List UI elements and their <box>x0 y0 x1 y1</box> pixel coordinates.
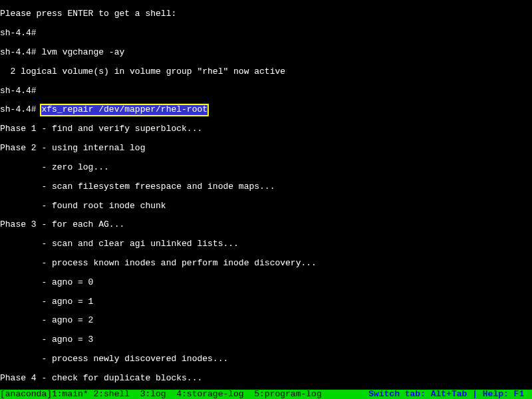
output-line: - zero log... <box>0 163 532 172</box>
output-line: Phase 2 - using internal log <box>0 144 532 153</box>
command-line: sh-4.4# lvm vgchange -ay <box>0 48 532 57</box>
shell-prompt: sh-4.4# <box>0 28 37 38</box>
terminal-output[interactable]: Please press ENTER to get a shell: sh-4.… <box>0 0 532 399</box>
shell-prompt: sh-4.4# <box>0 104 41 114</box>
prompt-line: sh-4.4# <box>0 29 532 38</box>
output-line: Phase 3 - for each AG... <box>0 220 532 229</box>
output-line: - process known inodes and perform inode… <box>0 259 532 268</box>
output-line: - scan filesystem freespace and inode ma… <box>0 182 532 192</box>
command-line: sh-4.4# xfs_repair /dev/mapper/rhel-root <box>0 105 532 114</box>
prompt-line: sh-4.4# <box>0 86 532 96</box>
highlighted-command: xfs_repair /dev/mapper/rhel-root <box>41 105 207 114</box>
output-line: Phase 4 - check for duplicate blocks... <box>0 374 532 383</box>
shell-prompt: sh-4.4# <box>0 47 41 57</box>
output-line: - agno = 1 <box>0 297 532 307</box>
output-line: - agno = 3 <box>0 335 532 344</box>
command-text: lvm vgchange -ay <box>41 47 124 57</box>
output-line: - agno = 2 <box>0 316 532 325</box>
shell-prompt: sh-4.4# <box>0 86 37 96</box>
tmux-statusbar: [anaconda]1:main* 2:shell 3:log 4:storag… <box>0 390 532 399</box>
output-line: - scan and clear agi unlinked lists... <box>0 239 532 249</box>
output-line: Phase 1 - find and verify superblock... <box>0 124 532 134</box>
statusbar-help: Switch tab: Alt+Tab | Help: F1 <box>368 390 532 399</box>
output-line: - found root inode chunk <box>0 201 532 211</box>
statusbar-tabs[interactable]: [anaconda]1:main* 2:shell 3:log 4:storag… <box>0 390 368 399</box>
output-line: - agno = 0 <box>0 278 532 287</box>
output-line: Please press ENTER to get a shell: <box>0 9 532 19</box>
output-line: 2 logical volume(s) in volume group "rhe… <box>0 67 532 76</box>
output-line: - process newly discovered inodes... <box>0 354 532 364</box>
